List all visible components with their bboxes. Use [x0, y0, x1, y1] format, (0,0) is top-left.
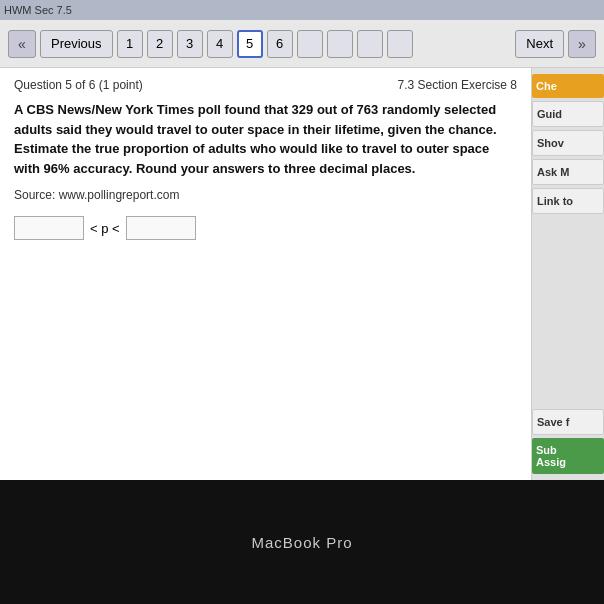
answer-input-left[interactable] — [14, 216, 84, 240]
macbook-label: MacBook Pro — [251, 534, 352, 551]
main-content: Question 5 of 6 (1 point) 7.3 Section Ex… — [0, 68, 532, 480]
next-arrow-double[interactable]: » — [568, 30, 596, 58]
page-2[interactable]: 2 — [147, 30, 173, 58]
nav-bar: « Previous 1 2 3 4 5 6 Next » — [0, 20, 604, 68]
answer-operator: < p < — [90, 221, 120, 236]
ask-button[interactable]: Ask M — [532, 159, 604, 185]
bottom-bar: MacBook Pro — [0, 480, 604, 604]
show-button[interactable]: Shov — [532, 130, 604, 156]
save-button[interactable]: Save f — [532, 409, 604, 435]
page-3[interactable]: 3 — [177, 30, 203, 58]
section-label: 7.3 Section Exercise 8 — [398, 78, 517, 92]
source-text: Source: www.pollingreport.com — [14, 188, 517, 202]
top-bar: HWM Sec 7.5 — [0, 0, 604, 20]
sidebar: Che Guid Shov Ask M Link to Save f Sub A… — [532, 68, 604, 480]
page-5[interactable]: 5 — [237, 30, 263, 58]
guide-button[interactable]: Guid — [532, 101, 604, 127]
next-button[interactable]: Next — [515, 30, 564, 58]
link-button[interactable]: Link to — [532, 188, 604, 214]
check-button[interactable]: Che — [532, 74, 604, 98]
submit-button[interactable]: Sub Assig — [532, 438, 604, 474]
page-6[interactable]: 6 — [267, 30, 293, 58]
previous-button[interactable]: Previous — [40, 30, 113, 58]
screen: HWM Sec 7.5 « Previous 1 2 3 4 5 6 Next … — [0, 0, 604, 480]
content-area: Question 5 of 6 (1 point) 7.3 Section Ex… — [0, 68, 604, 480]
page-4[interactable]: 4 — [207, 30, 233, 58]
question-count: Question 5 of 6 (1 point) — [14, 78, 143, 92]
question-body: A CBS News/New York Times poll found tha… — [14, 100, 517, 178]
top-bar-title: HWM Sec 7.5 — [4, 4, 72, 16]
page-1[interactable]: 1 — [117, 30, 143, 58]
page-extra-1[interactable] — [297, 30, 323, 58]
prev-arrow-double[interactable]: « — [8, 30, 36, 58]
page-extra-2[interactable] — [327, 30, 353, 58]
answer-row: < p < — [14, 216, 517, 240]
page-extra-4[interactable] — [387, 30, 413, 58]
question-header: Question 5 of 6 (1 point) 7.3 Section Ex… — [14, 78, 517, 92]
answer-input-right[interactable] — [126, 216, 196, 240]
page-extra-3[interactable] — [357, 30, 383, 58]
